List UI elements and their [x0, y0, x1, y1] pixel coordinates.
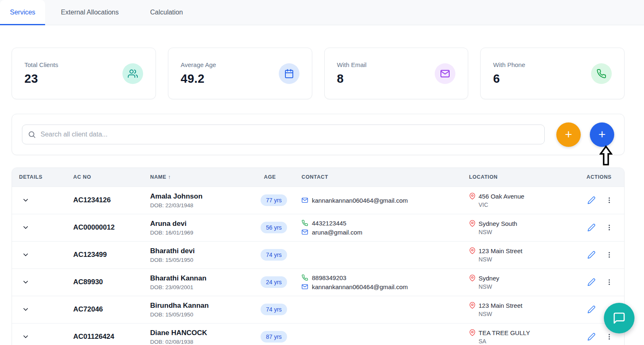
client-ac-no: AC89930: [73, 278, 103, 286]
stat-value: 8: [337, 72, 367, 86]
expand-row-button[interactable]: [22, 306, 29, 313]
age-badge: 74 yrs: [261, 249, 287, 261]
client-dob: DOB: 23/09/2001: [150, 284, 256, 290]
stat-value: 23: [24, 72, 58, 86]
age-badge: 56 yrs: [261, 222, 287, 233]
client-dob: DOB: 15/05/1950: [150, 311, 256, 318]
client-name: Bharathi devi: [150, 247, 256, 255]
client-dob: DOB: 15/05/1950: [150, 257, 256, 263]
age-badge: 24 yrs: [261, 276, 287, 288]
client-email: kannankannan060464@gmail.com: [302, 197, 469, 204]
search-panel: + +: [12, 114, 625, 155]
calendar-icon: [279, 63, 299, 84]
annotation-arrow-up-icon: [599, 145, 613, 168]
chat-fab-button[interactable]: [604, 303, 634, 333]
tab-external-allocations[interactable]: External Allocations: [45, 0, 134, 25]
edit-client-button[interactable]: [587, 304, 596, 314]
table-row: AC89930 Bharathi Kannan DOB: 23/09/2001 …: [12, 268, 625, 296]
client-state: NSW: [479, 229, 582, 235]
mail-icon: [302, 229, 308, 235]
col-ac-no: AC NO: [73, 168, 150, 187]
kebab-menu-icon: [606, 278, 613, 286]
mail-icon: [302, 283, 308, 290]
expand-row-button[interactable]: [22, 196, 29, 204]
stat-value: 6: [493, 72, 525, 86]
row-menu-button[interactable]: [605, 223, 614, 232]
expand-row-button[interactable]: [22, 251, 29, 259]
map-pin-icon: [469, 302, 476, 309]
edit-client-button[interactable]: [587, 332, 596, 342]
tab-services[interactable]: Services: [0, 0, 45, 25]
stat-card-average-age: Average Age 49.2: [168, 48, 312, 99]
map-pin-icon: [469, 275, 476, 281]
chevron-down-icon: [22, 224, 29, 231]
chevron-down-icon: [22, 196, 29, 204]
client-name: Diane HANCOCK: [150, 329, 256, 337]
pencil-icon: [587, 333, 596, 341]
users-icon: [122, 63, 143, 84]
table-row: AC123499 Bharathi devi DOB: 15/05/1950 7…: [12, 241, 625, 268]
map-pin-icon: [469, 247, 476, 254]
kebab-menu-icon: [606, 196, 613, 204]
col-age: AGE: [256, 168, 302, 187]
client-ac-no: AC72046: [73, 305, 103, 313]
mail-icon: [435, 63, 455, 84]
clients-table: DETAILS AC NO NAME ↑ AGE CONTACT LOCATIO…: [12, 168, 625, 345]
client-dob: DOB: 02/08/1938: [150, 339, 256, 345]
edit-client-button[interactable]: [587, 223, 596, 232]
table-header-row: DETAILS AC NO NAME ↑ AGE CONTACT LOCATIO…: [12, 168, 625, 187]
expand-row-button[interactable]: [22, 278, 29, 286]
add-client-button[interactable]: +: [590, 122, 614, 147]
client-name: Amala Johnson: [150, 192, 256, 201]
top-tabbar: Services External Allocations Calculatio…: [0, 0, 644, 25]
row-menu-button[interactable]: [605, 196, 614, 205]
search-input[interactable]: [22, 125, 545, 144]
client-state: NSW: [479, 311, 582, 317]
kebab-menu-icon: [606, 333, 613, 340]
client-email: aruna@gmail.com: [302, 229, 469, 236]
col-name-sortable[interactable]: NAME ↑: [150, 168, 256, 187]
pencil-icon: [587, 305, 596, 314]
client-ac-no: AC123499: [73, 251, 107, 259]
col-details: DETAILS: [12, 168, 73, 187]
stat-card-total-clients: Total Clients 23: [12, 48, 156, 99]
row-menu-button[interactable]: [605, 332, 614, 341]
mail-icon: [302, 197, 308, 204]
client-ac-no: AC01126424: [73, 333, 114, 340]
chat-bubble-icon: [613, 311, 626, 325]
map-pin-icon: [469, 220, 476, 227]
chevron-down-icon: [22, 306, 29, 313]
expand-row-button[interactable]: [22, 224, 29, 231]
tab-label: Calculation: [150, 9, 183, 16]
edit-client-button[interactable]: [587, 195, 596, 205]
add-orange-button[interactable]: +: [556, 122, 581, 147]
client-email: kannankannan060464@gmail.com: [302, 283, 469, 290]
table-row: AC00000012 Aruna devi DOB: 16/01/1969 56…: [12, 214, 625, 241]
client-state: NSW: [479, 283, 582, 290]
pencil-icon: [587, 223, 596, 232]
row-menu-button[interactable]: [605, 250, 614, 259]
phone-icon: [302, 220, 308, 226]
edit-client-button[interactable]: [587, 250, 596, 260]
client-state: SA: [479, 338, 582, 345]
client-address: Sydney: [469, 275, 582, 282]
client-ac-no: AC00000012: [73, 223, 115, 231]
pencil-icon: [587, 251, 596, 259]
client-address: 456 Oak Avenue: [469, 193, 582, 200]
row-menu-button[interactable]: [605, 278, 614, 287]
chevron-down-icon: [22, 251, 29, 259]
map-pin-icon: [469, 329, 476, 336]
stat-label: With Email: [337, 61, 367, 68]
client-phone: 4432123445: [302, 220, 469, 227]
client-ac-no: AC1234126: [73, 196, 111, 204]
phone-icon: [302, 274, 308, 281]
edit-client-button[interactable]: [587, 277, 596, 287]
kebab-menu-icon: [606, 224, 613, 231]
client-address: TEA TREE GULLY: [469, 329, 582, 336]
tab-calculation[interactable]: Calculation: [134, 0, 199, 25]
stat-value: 49.2: [181, 72, 216, 86]
expand-row-button[interactable]: [22, 333, 29, 340]
stat-label: With Phone: [493, 61, 525, 68]
client-address: 123 Main Street: [469, 302, 582, 309]
stats-row: Total Clients 23 Average Age 49.2 With E…: [12, 48, 625, 99]
